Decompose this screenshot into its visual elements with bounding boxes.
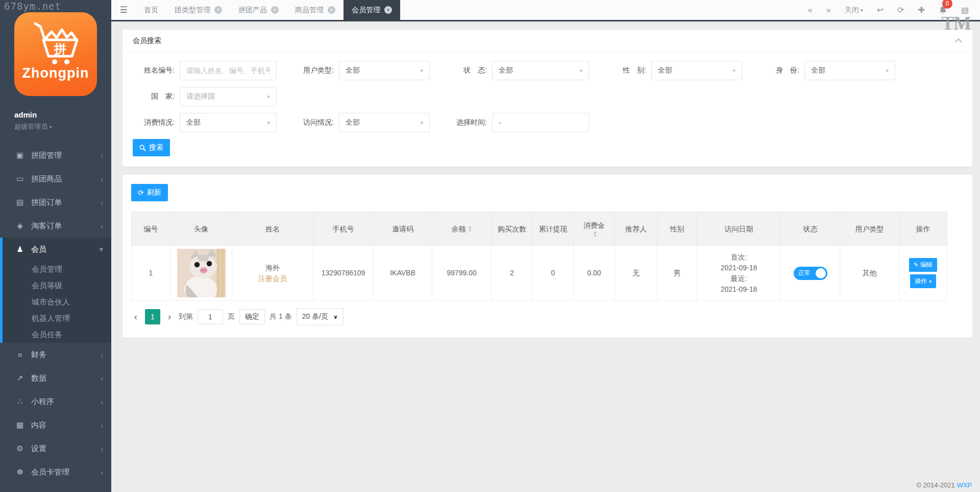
action-dropdown-button[interactable]: 操作 ▾ (910, 274, 936, 288)
page-number-current[interactable]: 1 (145, 309, 160, 324)
tab-member-manage[interactable]: 会员管理 × (344, 0, 400, 20)
sidebar-item-settings[interactable]: ⚙ 设置 ‹ (0, 437, 111, 460)
sidebar-item-miniapp[interactable]: ∴ 小程序 ‹ (0, 390, 111, 413)
next-page-icon[interactable]: › (165, 309, 174, 324)
close-icon[interactable]: × (214, 6, 222, 14)
cell-total-withdraw: 0 (533, 246, 574, 301)
svg-text:拼: 拼 (54, 42, 66, 56)
chevron-left-icon: ‹ (101, 421, 103, 430)
chevron-left-icon: ‹ (101, 468, 103, 477)
data-chart-icon: ↗ (14, 373, 26, 383)
cell-id: 1 (132, 246, 170, 301)
visit-select[interactable]: 全部 ▾ (339, 113, 430, 132)
scroll-tabs-right-icon[interactable]: » (826, 6, 831, 15)
sidebar-subitem-robot-manage[interactable]: 机器人管理 (0, 310, 111, 326)
sidebar-subitem-member-level[interactable]: 会员等级 (0, 277, 111, 294)
collapse-panel-icon[interactable] (955, 38, 962, 45)
sidebar-subitem-member-manage[interactable]: 会员管理 (0, 261, 111, 277)
sidebar-item-data[interactable]: ↗ 数据 ‹ (0, 366, 111, 390)
refresh-button[interactable]: ⟳ 刷新 (131, 184, 168, 201)
user-role-dropdown[interactable]: 超级管理员 ▾ (14, 122, 111, 131)
tab-group-type-manage[interactable]: 团类型管理 × (166, 0, 230, 20)
sidebar-subitem-member-task[interactable]: 会员任务 (0, 326, 111, 343)
member-table: 编号 头像 姓名 手机号 邀请码 余额▲▼ 购买次数 累计提现 (131, 212, 947, 301)
caret-down-icon: ▾ (420, 67, 423, 74)
close-tabs-dropdown[interactable]: 关闭 ▾ (845, 6, 863, 15)
page-jump-confirm-button[interactable]: 确定 (239, 309, 265, 324)
logo-text: Zhongpin (22, 65, 89, 81)
status-select[interactable]: 全部 ▾ (492, 61, 589, 80)
cell-user-type: 其他 (840, 246, 899, 301)
search-panel-header: 会员搜索 (122, 30, 972, 53)
time-range-input[interactable] (499, 119, 582, 127)
sort-down-icon[interactable]: ▼ (593, 235, 597, 238)
scroll-tabs-left-icon[interactable]: « (808, 6, 813, 15)
consume-select[interactable]: 全部 ▾ (180, 113, 277, 132)
refresh-icon[interactable]: ⟳ (897, 5, 904, 15)
notification-bell-icon[interactable]: 0 (939, 6, 947, 15)
sidebar-item-taoke-orders[interactable]: ◈ 淘客订单 ‹ (0, 214, 111, 238)
content-book-icon: ▦ (14, 420, 26, 430)
group-manage-icon: ▣ (14, 151, 26, 160)
chevron-left-icon: ‹ (101, 397, 103, 406)
sidebar-item-member[interactable]: ♟ 会员 ▾ (0, 238, 111, 261)
identity-field-label: 身 份: (757, 66, 799, 75)
member-name: 海外 (235, 263, 310, 273)
name-input[interactable] (186, 66, 270, 75)
cell-status: 正常 (781, 246, 840, 301)
gender-select[interactable]: 全部 ▾ (651, 61, 742, 80)
status-toggle[interactable]: 正常 (794, 267, 827, 280)
tab-goods-manage[interactable]: 商品管理 × (287, 0, 344, 20)
user-block: admin 超级管理员 ▾ (14, 110, 111, 131)
col-balance-label: 余额 (452, 225, 466, 233)
sidebar-item-group-manage[interactable]: ▣ 拼团管理 ‹ (0, 144, 111, 167)
search-button[interactable]: 搜索 (133, 139, 170, 156)
identity-select[interactable]: 全部 ▾ (804, 61, 895, 80)
close-icon[interactable]: × (328, 6, 335, 14)
sort-consume-gold[interactable]: ▲▼ (593, 231, 597, 238)
sidebar-item-label: 数据 (31, 373, 46, 383)
tab-home[interactable]: 首页 (136, 0, 166, 20)
prev-page-icon[interactable]: ‹ (131, 309, 140, 324)
col-status: 状态 (781, 212, 840, 246)
sidebar-item-label: 会员卡管理 (31, 467, 69, 477)
group-order-icon: ▤ (14, 198, 26, 207)
sidebar-item-finance[interactable]: ¤ 财务 ‹ (0, 343, 111, 366)
close-icon[interactable]: × (384, 6, 392, 14)
hamburger-menu-icon[interactable]: ☰ (111, 0, 136, 20)
sort-balance[interactable]: ▲▼ (468, 226, 472, 233)
undo-icon[interactable]: ↩ (877, 5, 884, 15)
sidebar-item-member-card[interactable]: ☸ 会员卡管理 ‹ (0, 460, 111, 484)
consume-value: 全部 (186, 118, 201, 127)
pencil-icon: ✎ (914, 262, 918, 268)
country-select[interactable]: 请选择国 ▾ (180, 87, 277, 106)
copyright-text: © 2014-2021 (916, 481, 954, 489)
fullscreen-move-icon[interactable]: ✚ (918, 5, 924, 15)
gender-value: 全部 (658, 66, 672, 75)
app-logo[interactable]: 拼 Zhongpin (14, 12, 97, 96)
member-tag[interactable]: 注册会员 (235, 273, 310, 284)
page-jump-input[interactable] (198, 309, 223, 324)
sidebar-subitem-city-partner[interactable]: 城市合伙人 (0, 294, 111, 310)
sidebar-item-group-goods[interactable]: ▭ 拼团商品 ‹ (0, 167, 111, 191)
close-icon[interactable]: × (271, 6, 279, 14)
sidebar-item-group-orders[interactable]: ▤ 拼团订单 ‹ (0, 191, 111, 214)
user-type-select[interactable]: 全部 ▾ (339, 61, 430, 80)
edit-button[interactable]: ✎ 编辑 (909, 258, 937, 272)
user-name: admin (14, 110, 111, 119)
brand-link[interactable]: WXP (957, 481, 972, 489)
tab-group-product[interactable]: 拼团产品 × (230, 0, 287, 20)
cart-logo-icon: 拼 (28, 18, 83, 67)
member-avatar[interactable] (177, 249, 226, 297)
toggle-knob (816, 268, 826, 278)
sidebar-item-content[interactable]: ▦ 内容 ‹ (0, 413, 111, 437)
layout-list-icon[interactable]: ▤ (961, 5, 969, 15)
col-total-withdraw: 累计提现 (533, 212, 574, 246)
chevron-left-icon: ‹ (101, 222, 103, 230)
page-size-select[interactable]: 20 条/页 ∨ (297, 308, 344, 325)
member-card-icon: ☸ (14, 467, 26, 477)
tab-label: 商品管理 (295, 6, 324, 15)
sort-down-icon[interactable]: ▼ (468, 229, 472, 233)
name-input-box (180, 61, 277, 80)
visit-recent-date: 2021-09-18 (700, 284, 777, 295)
